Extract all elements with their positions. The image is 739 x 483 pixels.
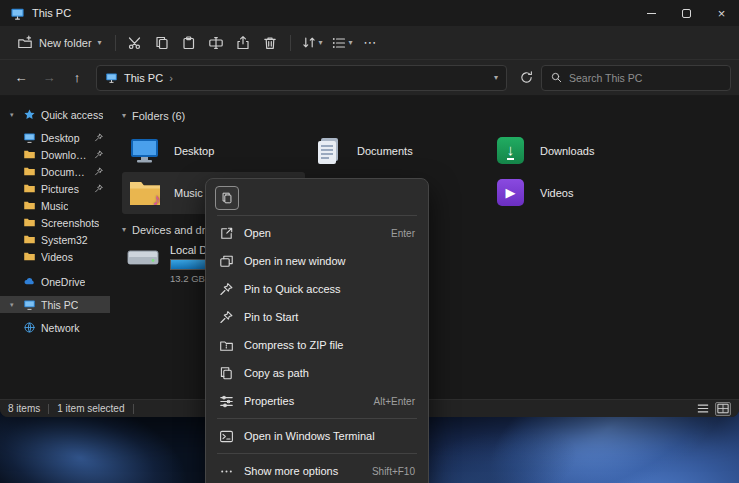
quick-access-star-icon	[23, 108, 36, 121]
cut-button[interactable]	[122, 30, 149, 56]
details-view-button[interactable]	[695, 402, 711, 416]
chevron-down-icon[interactable]: ▾	[10, 111, 18, 119]
folder-icon	[23, 233, 36, 246]
sidebar-item-desktop[interactable]: Desktop	[0, 129, 110, 146]
breadcrumb[interactable]: This PC	[124, 72, 163, 84]
sidebar-item-system32[interactable]: System32	[0, 231, 110, 248]
breadcrumb-chevron-icon[interactable]: ›	[169, 72, 173, 84]
menu-separator	[217, 215, 417, 216]
selection-count: 1 item selected	[57, 403, 124, 414]
folder-tile-label: Desktop	[174, 145, 214, 157]
refresh-button[interactable]	[513, 65, 539, 91]
sidebar-item-downloads[interactable]: Downloads	[0, 146, 110, 163]
sidebar-item-label: Network	[41, 322, 80, 334]
trash-icon	[262, 35, 278, 51]
back-button[interactable]: ←	[8, 65, 34, 91]
sidebar-item-label: Documents	[41, 166, 89, 178]
menu-item-label: Properties	[244, 395, 294, 407]
folder-tile-label: Downloads	[540, 145, 594, 157]
sidebar-item-label: Desktop	[41, 132, 80, 144]
maximize-button[interactable]	[669, 0, 704, 26]
refresh-icon	[519, 70, 534, 85]
search-input[interactable]	[569, 72, 722, 84]
menu-item-shortcut: Enter	[391, 228, 415, 239]
desktop-icon	[128, 136, 162, 166]
chevron-down-icon[interactable]: ▾	[10, 301, 18, 309]
paste-button[interactable]	[176, 30, 203, 56]
menu-item-label: Pin to Start	[244, 311, 298, 323]
sidebar-item-network[interactable]: Network	[0, 319, 110, 336]
status-divider	[133, 404, 134, 414]
sidebar-item-label: Downloads	[41, 149, 89, 161]
sidebar-item-music[interactable]: Music	[0, 197, 110, 214]
copy-icon	[154, 35, 170, 51]
see-more-button[interactable]: ⋯	[357, 30, 384, 56]
minimize-button[interactable]	[634, 0, 669, 26]
share-icon	[235, 35, 251, 51]
menu-item-show-more-options[interactable]: Show more options Shift+F10	[211, 457, 423, 483]
folder-tile-documents[interactable]: Documents	[305, 130, 488, 172]
sidebar-item-this-pc[interactable]: ▾ This PC	[0, 296, 110, 313]
menu-separator	[217, 453, 417, 454]
rename-icon	[208, 35, 224, 51]
menu-item-label: Pin to Quick access	[244, 283, 341, 295]
up-button[interactable]: ↑	[64, 65, 90, 91]
sidebar-item-label: Videos	[41, 251, 73, 263]
rename-button[interactable]	[203, 30, 230, 56]
title-bar: This PC ×	[0, 0, 739, 26]
close-button[interactable]: ×	[704, 0, 739, 26]
desktop-icon	[23, 131, 36, 144]
sidebar-item-label: Screenshots	[41, 217, 99, 229]
menu-item-pin-to-quick-access[interactable]: Pin to Quick access	[211, 275, 423, 303]
this-pc-icon	[23, 298, 36, 311]
menu-item-copy-as-path[interactable]: Copy as path	[211, 359, 423, 387]
menu-item-open-in-new-window[interactable]: Open in new window	[211, 247, 423, 275]
new-window-icon	[219, 254, 234, 269]
details-view-icon	[697, 403, 709, 414]
delete-button[interactable]	[257, 30, 284, 56]
thumbnails-view-button[interactable]	[715, 402, 731, 416]
menu-item-open-in-windows-terminal[interactable]: Open in Windows Terminal	[211, 422, 423, 450]
address-dropdown-icon[interactable]: ▾	[494, 74, 498, 82]
folder-tile-videos[interactable]: ▶ Videos	[488, 172, 671, 214]
sidebar-item-videos[interactable]: Videos	[0, 248, 110, 265]
sidebar-item-label: This PC	[41, 299, 78, 311]
search-box	[541, 65, 731, 91]
forward-button[interactable]: →	[36, 65, 62, 91]
copy-icon	[220, 191, 234, 205]
menu-item-open[interactable]: Open Enter	[211, 219, 423, 247]
network-icon	[23, 321, 36, 334]
menu-item-properties[interactable]: Properties Alt+Enter	[211, 387, 423, 415]
navigation-bar: ← → ↑ This PC › ▾	[0, 60, 739, 96]
window-controls: ×	[634, 0, 739, 26]
sort-icon	[301, 35, 317, 51]
scissors-icon	[127, 35, 143, 51]
share-button[interactable]	[230, 30, 257, 56]
folder-icon	[23, 216, 36, 229]
sidebar-item-onedrive[interactable]: OneDrive	[0, 273, 110, 290]
sidebar-item-documents[interactable]: Documents	[0, 163, 110, 180]
paste-icon	[181, 35, 197, 51]
copy-button[interactable]	[149, 30, 176, 56]
view-button[interactable]: ▾	[327, 30, 357, 56]
sort-button[interactable]: ▾	[297, 30, 327, 56]
folders-section-header[interactable]: ▾ Folders (6)	[122, 108, 739, 124]
folder-tile-downloads[interactable]: ↓ Downloads	[488, 130, 671, 172]
folder-icon	[23, 182, 36, 195]
minimize-icon	[647, 13, 656, 14]
address-bar[interactable]: This PC › ▾	[96, 65, 507, 91]
pin-icon	[94, 150, 104, 160]
quick-copy-button[interactable]	[215, 186, 239, 210]
close-icon: ×	[718, 6, 726, 21]
zip-icon	[219, 338, 234, 353]
menu-item-pin-to-start[interactable]: Pin to Start	[211, 303, 423, 331]
folder-tile-desktop[interactable]: Desktop	[122, 130, 305, 172]
new-folder-button[interactable]: New folder ▾	[10, 31, 109, 55]
sidebar-item-quick-access[interactable]: ▾ Quick access	[0, 106, 110, 123]
sidebar-item-screenshots[interactable]: Screenshots	[0, 214, 110, 231]
chevron-down-icon: ▾	[122, 112, 126, 120]
open-icon	[219, 226, 234, 241]
folders-header-label: Folders (6)	[132, 110, 185, 122]
menu-item-compress-to-zip[interactable]: Compress to ZIP file	[211, 331, 423, 359]
sidebar-item-pictures[interactable]: Pictures	[0, 180, 110, 197]
